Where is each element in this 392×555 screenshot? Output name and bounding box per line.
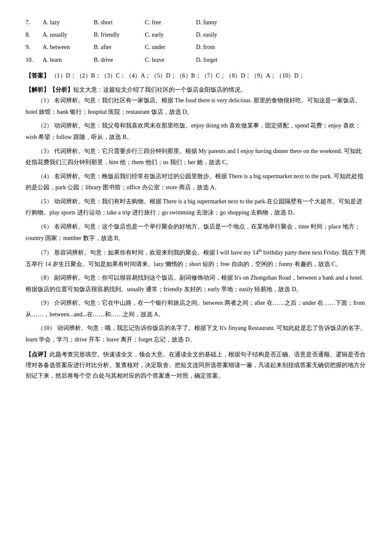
analysis-item-1: （1） 名词辨析。句意：我们社区有一家饭店。根据 The food there … — [26, 95, 366, 118]
analysis-text-6: 名词辨析。句意：这个饭店也是一个举行聚会的好地方。饭店是一个地点，在某地举行聚会… — [26, 223, 360, 241]
question-8: 8. A. usually B. friendly C. early D. ea… — [26, 29, 366, 40]
q7-opt-a: A. lazy — [43, 17, 94, 28]
analysis-num-3: （3） — [37, 148, 52, 154]
q10-opt-d: D. forget — [196, 55, 247, 65]
analysis-num-1: （1） — [37, 97, 52, 104]
questions-section: 7. A. lazy B. short C. free D. funny 8. … — [26, 17, 366, 65]
answer-label: 【答案】 — [26, 72, 49, 79]
q8-opt-c: C. early — [145, 29, 196, 40]
question-10: 10. A. learn B. drive C. leave D. forget — [26, 55, 366, 65]
analysis-num-7: （7） — [37, 249, 52, 256]
q10-opt-c: C. leave — [145, 55, 196, 65]
pinglun-label: 【点评】 — [26, 351, 49, 358]
analysis-item-6: （6） 名词辨析。句意：这个饭店也是一个举行聚会的好地方。饭店是一个地点，在某地… — [26, 221, 366, 244]
q8-opt-a: A. usually — [43, 29, 94, 40]
analysis-num-5: （5） — [37, 198, 52, 205]
q9-opt-c: C. under — [145, 42, 196, 52]
analysis-section: 【解析】【分析】短文大意：这篇短文介绍了我们社区的一个饭店金阳饭店的情况。 （1… — [26, 84, 366, 346]
analysis-item-3: （3） 代词辨析。句意：它只需要步行三四分钟到那里。根据 My parents … — [26, 146, 366, 168]
question-9: 9. A. between B. after C. under D. from — [26, 42, 366, 52]
q9-num: 9. — [26, 42, 43, 52]
q9-opt-a: A. between — [43, 42, 94, 52]
pinglun-content: 此题考查完形填空。快速读全文，领会大意。在通读全文的基础上，根据句子结构是否正确… — [26, 351, 366, 379]
analysis-text-3: 代词辨析。句意：它只需要步行三四分钟到那里。根据 My parents and … — [26, 148, 362, 166]
analysis-text-10: 动词辨析。句意：哦，我忘记告诉你饭店的名字了。根据下文 It's Jinyang… — [26, 325, 366, 343]
pinglun-section: 【点评】此题考查完形填空。快速读全文，领会大意。在通读全文的基础上，根据句子结构… — [26, 349, 366, 382]
q8-opt-b: B. friendly — [94, 29, 145, 40]
analysis-item-8: （8） 副词辨析。句意：你可以很容易找到这个饭店。副词修饰动词，根据 It's … — [26, 272, 366, 295]
q7-opt-d: D. funny — [196, 17, 247, 28]
analysis-text-5: 动词辨析。句意：我们有时去购物。根据 There is a big superm… — [26, 198, 362, 216]
analysis-intro: 短文大意：这篇短文介绍了我们社区的一个饭店金阳饭店的情况。 — [73, 87, 246, 93]
q10-num: 10. — [26, 55, 43, 65]
analysis-label: 【解析】 — [26, 87, 49, 93]
analysis-num-9: （9） — [37, 300, 52, 306]
analysis-item-2: （2） 动词辨析。句意：我父母和我喜欢周末在那里吃饭。enjoy doing s… — [26, 120, 366, 143]
analysis-num-10: （10） — [37, 325, 55, 331]
analysis-item-5: （5） 动词辨析。句意：我们有时去购物。根据 There is a big su… — [26, 196, 366, 219]
q7-num: 7. — [26, 17, 43, 28]
q10-opt-a: A. learn — [43, 55, 94, 65]
analysis-num-4: （4） — [37, 173, 52, 179]
analysis-text-8: 副词辨析。句意：你可以很容易找到这个饭店。副词修饰动词，根据 It's on Z… — [26, 275, 363, 292]
q9-opt-d: D. from — [196, 42, 247, 52]
question-7: 7. A. lazy B. short C. free D. funny — [26, 17, 366, 28]
analysis-item-10: （10） 动词辨析。句意：哦，我忘记告诉你饭店的名字了。根据下文 It's Ji… — [26, 323, 366, 345]
q9-opt-b: B. after — [94, 42, 145, 52]
analysis-item-4: （4） 名词辨析。句意：晚饭后我们经常在饭店对过的公园里散步。根据 There … — [26, 171, 366, 194]
analysis-num-8: （8） — [37, 275, 52, 281]
analysis-text-9: 介词辨析。句意：它在中山路，在一个银行和旅店之间。between 两者之间；af… — [26, 300, 365, 318]
answer-section: 【答案】 （1）D；（2）B；（3）C；（4）A；（5）D；（6）B；（7）C；… — [26, 70, 366, 81]
q10-opt-b: B. drive — [94, 55, 145, 65]
analysis-text-7-part1: 形容词辨析。句意：如果你有时间，欢迎来到我的聚会。根据 I will have … — [26, 249, 366, 267]
analysis-item-7: （7） 形容词辨析。句意：如果你有时间，欢迎来到我的聚会。根据 I will h… — [26, 246, 366, 270]
analysis-sublabel: 【分析】 — [49, 87, 73, 93]
analysis-text-1: 名词辨析。句意：我们社区有一家饭店。根据 The food there is v… — [26, 97, 361, 115]
analysis-item-9: （9） 介词辨析。句意：它在中山路，在一个银行和旅店之间。between 两者之… — [26, 298, 366, 320]
q7-opt-c: C. free — [145, 17, 196, 28]
q7-opt-b: B. short — [94, 17, 145, 28]
analysis-num-6: （6） — [37, 223, 52, 230]
analysis-num-2: （2） — [37, 122, 52, 129]
answer-content: （1）D；（2）B；（3）C；（4）A；（5）D；（6）B；（7）C；（8）D；… — [51, 72, 305, 79]
q8-opt-d: D. easily — [196, 29, 247, 40]
q8-num: 8. — [26, 29, 43, 40]
analysis-text-2: 动词辨析。句意：我父母和我喜欢周末在那里吃饭。enjoy doing sth 喜… — [26, 122, 361, 140]
analysis-text-4: 名词辨析。句意：晚饭后我们经常在饭店对过的公园里散步。根据 There is a… — [26, 173, 363, 191]
